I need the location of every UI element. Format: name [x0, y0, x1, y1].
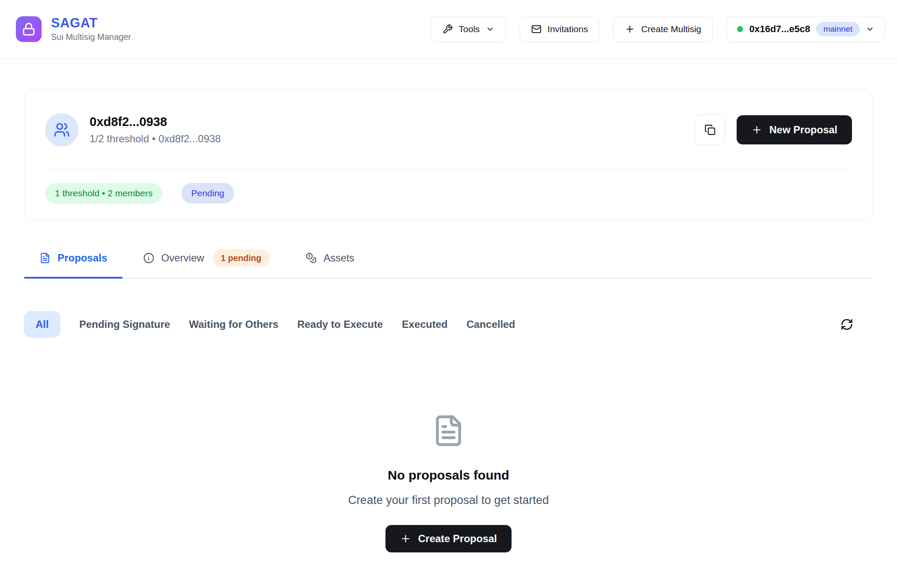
lock-icon: [22, 22, 36, 36]
invitations-button[interactable]: Invitations: [520, 16, 600, 42]
wallet-address: 0x16d7...e5c8: [749, 24, 810, 35]
members-badge: 1 threshold • 2 members: [45, 183, 163, 204]
wrench-icon: [442, 24, 453, 34]
refresh-button[interactable]: [840, 318, 853, 331]
proposal-filters: All Pending Signature Waiting for Others…: [24, 311, 873, 338]
filter-cancelled[interactable]: Cancelled: [467, 318, 515, 330]
multisig-title: 0xd8f2...0938: [90, 115, 221, 129]
new-proposal-button[interactable]: New Proposal: [737, 115, 852, 144]
empty-state-title: No proposals found: [388, 468, 509, 483]
brand-text: SAGAT Sui Multisig Manager: [51, 16, 131, 42]
pending-count-badge: 1 pending: [213, 249, 269, 267]
create-proposal-label: Create Proposal: [418, 533, 497, 545]
create-multisig-label: Create Multisig: [641, 24, 701, 34]
plus-icon: [751, 124, 762, 135]
tab-proposals[interactable]: Proposals: [24, 242, 123, 278]
refresh-icon: [840, 318, 853, 331]
brand: SAGAT Sui Multisig Manager: [16, 16, 131, 42]
tab-assets-label: Assets: [324, 252, 355, 264]
header-actions: Tools Invitations Create Multisig 0x16d7…: [431, 16, 885, 42]
tab-overview-label: Overview: [161, 252, 204, 264]
info-icon: [143, 252, 154, 264]
empty-state: No proposals found Create your first pro…: [24, 414, 873, 552]
filter-ready-to-execute[interactable]: Ready to Execute: [297, 318, 383, 330]
filter-pending-signature[interactable]: Pending Signature: [79, 318, 170, 330]
multisig-titles: 0xd8f2...0938 1/2 threshold • 0xd8f2...0…: [90, 115, 221, 145]
file-text-icon: [432, 414, 465, 447]
users-icon: [54, 122, 70, 138]
empty-state-subtitle: Create your first proposal to get starte…: [348, 494, 549, 507]
app-subtitle: Sui Multisig Manager: [51, 32, 131, 42]
chevron-down-icon: [486, 25, 494, 33]
connection-status-dot: [737, 26, 743, 32]
app-title: SAGAT: [51, 16, 131, 30]
chevron-down-icon: [866, 25, 874, 33]
status-badge: Pending: [181, 183, 234, 204]
filter-executed[interactable]: Executed: [402, 318, 448, 330]
multisig-card: 0xd8f2...0938 1/2 threshold • 0xd8f2...0…: [24, 90, 873, 219]
coins-icon: [306, 252, 317, 264]
app-logo: [16, 16, 42, 42]
tab-overview[interactable]: Overview 1 pending: [128, 242, 285, 278]
multisig-badges-row: 1 threshold • 2 members Pending: [24, 170, 873, 219]
mail-icon: [531, 24, 542, 34]
tools-button[interactable]: Tools: [431, 16, 506, 42]
tools-label: Tools: [459, 24, 480, 34]
copy-address-button[interactable]: [695, 114, 725, 145]
copy-icon: [704, 124, 716, 135]
network-badge: mainnet: [816, 22, 860, 36]
file-text-icon: [39, 252, 51, 264]
tab-assets[interactable]: Assets: [290, 242, 370, 278]
filter-all[interactable]: All: [24, 311, 60, 338]
multisig-card-header: 0xd8f2...0938 1/2 threshold • 0xd8f2...0…: [24, 90, 873, 170]
plus-icon: [625, 24, 635, 34]
tab-proposals-label: Proposals: [57, 252, 107, 264]
create-proposal-button[interactable]: Create Proposal: [385, 525, 512, 552]
plus-icon: [400, 533, 411, 544]
main-content: 0xd8f2...0938 1/2 threshold • 0xd8f2...0…: [24, 90, 873, 552]
tab-bar: Proposals Overview 1 pending Assets: [24, 242, 873, 279]
multisig-subtitle: 1/2 threshold • 0xd8f2...0938: [90, 133, 221, 145]
multisig-avatar: [45, 113, 78, 147]
multisig-card-actions: New Proposal: [695, 114, 852, 145]
invitations-label: Invitations: [548, 24, 588, 34]
app-header: SAGAT Sui Multisig Manager Tools Invitat…: [0, 0, 897, 59]
new-proposal-label: New Proposal: [769, 124, 837, 136]
wallet-button[interactable]: 0x16d7...e5c8 mainnet: [726, 16, 885, 42]
create-multisig-button[interactable]: Create Multisig: [613, 16, 713, 42]
filter-waiting-for-others[interactable]: Waiting for Others: [189, 318, 278, 330]
multisig-identity: 0xd8f2...0938 1/2 threshold • 0xd8f2...0…: [45, 113, 221, 147]
